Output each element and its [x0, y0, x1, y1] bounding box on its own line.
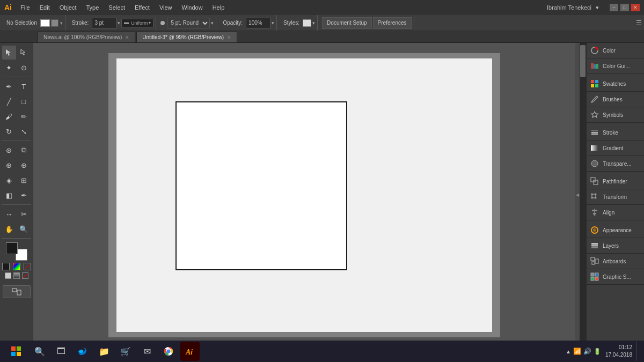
- panel-align[interactable]: Align: [587, 205, 644, 220]
- magic-wand-tool[interactable]: ✦: [2, 61, 16, 75]
- styles-swatch[interactable]: [303, 19, 311, 27]
- panel-brushes[interactable]: Brushes: [587, 92, 644, 107]
- scrollbar-thumb[interactable]: [580, 45, 586, 77]
- gradient-mode-icon[interactable]: [13, 272, 20, 279]
- menu-effect[interactable]: Effect: [130, 3, 154, 12]
- taskbar-explorer[interactable]: 📁: [94, 342, 114, 361]
- panel-layers[interactable]: Layers: [587, 238, 644, 254]
- pen-tool[interactable]: ✒: [2, 79, 16, 93]
- taskbar-search[interactable]: 🔍: [30, 342, 49, 361]
- stroke-style-dropdown[interactable]: ▾: [149, 20, 151, 25]
- restore-button[interactable]: □: [620, 4, 629, 11]
- swap-colors-icon[interactable]: [13, 263, 20, 270]
- taskbar-task-view[interactable]: 🗔: [52, 342, 71, 361]
- stroke-style-select[interactable]: Uniform ▾: [121, 19, 153, 27]
- taskbar-store[interactable]: 🛒: [116, 342, 135, 361]
- menu-select[interactable]: Select: [104, 3, 129, 12]
- tray-arrow[interactable]: ▲: [566, 349, 571, 354]
- svg-point-29: [593, 228, 596, 232]
- stroke-swatch[interactable]: [51, 19, 58, 27]
- panel-graphic-styles[interactable]: Graphic S...: [587, 269, 644, 285]
- taskbar-mail[interactable]: ✉: [137, 342, 157, 361]
- panel-swatches[interactable]: Swatches: [587, 76, 644, 92]
- close-button[interactable]: ✕: [631, 4, 640, 11]
- minimize-button[interactable]: –: [610, 4, 618, 11]
- brush-dropdown[interactable]: ▾: [211, 20, 214, 26]
- taskbar-edge[interactable]: [73, 342, 92, 361]
- blend-tool[interactable]: ↔: [2, 207, 16, 221]
- free-transform-tool[interactable]: ⧉: [17, 143, 31, 157]
- menu-help[interactable]: Help: [208, 3, 229, 12]
- canvas-rectangle[interactable]: [175, 101, 347, 270]
- panel-transform[interactable]: Transform: [587, 189, 644, 205]
- scissors-tool[interactable]: ✂: [17, 207, 31, 221]
- panel-transparency[interactable]: Transpare...: [587, 156, 644, 172]
- type-tool[interactable]: T: [17, 79, 31, 93]
- direct-selection-tool[interactable]: [17, 46, 31, 60]
- panel-color-guide[interactable]: Color Gui...: [587, 58, 644, 74]
- pencil-tool[interactable]: ✏: [17, 109, 31, 123]
- rect-tool[interactable]: □: [17, 94, 31, 108]
- zoom-tool[interactable]: 🔍: [17, 222, 31, 236]
- foreground-color-swatch[interactable]: [6, 242, 18, 254]
- none-color-icon[interactable]: [24, 263, 31, 270]
- panel-stroke[interactable]: Stroke: [587, 125, 644, 141]
- paintbrush-tool[interactable]: 🖌: [2, 109, 16, 123]
- preferences-button[interactable]: Preferences: [373, 17, 412, 29]
- menu-type[interactable]: Type: [82, 3, 104, 12]
- menu-edit[interactable]: Edit: [35, 3, 54, 12]
- taskbar-illustrator[interactable]: Ai: [180, 342, 200, 361]
- fill-swatch[interactable]: [40, 19, 50, 27]
- panel-color[interactable]: Color: [587, 43, 644, 58]
- default-colors-icon[interactable]: [2, 263, 10, 270]
- scale-tool[interactable]: ⤡: [17, 124, 31, 138]
- tab-untitled-close[interactable]: ✕: [227, 35, 231, 40]
- panel-artboards[interactable]: Artboards: [587, 254, 644, 269]
- selection-tool[interactable]: [2, 46, 16, 60]
- lasso-tool[interactable]: ⊙: [17, 61, 31, 75]
- artboard-button[interactable]: [3, 285, 31, 298]
- perspective-tool[interactable]: ◈: [2, 173, 16, 187]
- svg-rect-4: [594, 64, 596, 69]
- styles-dropdown[interactable]: ▾: [312, 20, 315, 26]
- tab-news[interactable]: News.ai @ 100% (RGB/Preview) ✕: [38, 32, 135, 42]
- eyedropper-tool[interactable]: ✒: [17, 188, 31, 202]
- canvas-area[interactable]: [33, 43, 575, 347]
- panel-pathfinder[interactable]: Pathfinder: [587, 174, 644, 189]
- warp-tool[interactable]: ⊛: [2, 143, 16, 157]
- menu-window[interactable]: Window: [178, 3, 207, 12]
- color-mode-icon[interactable]: [5, 272, 11, 279]
- panel-collapse-handle[interactable]: ◀: [575, 43, 580, 347]
- mesh-tool[interactable]: ⊞: [17, 173, 31, 187]
- menu-view[interactable]: View: [155, 3, 177, 12]
- show-desktop-button[interactable]: [636, 342, 640, 361]
- user-dropdown-icon[interactable]: ▾: [596, 4, 599, 11]
- system-tray[interactable]: ▲ 📶 🔊 🔋: [566, 348, 601, 355]
- brushes-panel-label: Brushes: [603, 97, 623, 102]
- tab-news-close[interactable]: ✕: [125, 35, 129, 40]
- panel-symbols[interactable]: Symbols: [587, 107, 644, 123]
- vertical-scrollbar[interactable]: [580, 43, 586, 347]
- svg-rect-35: [592, 262, 595, 264]
- opacity-dropdown[interactable]: ▾: [272, 20, 274, 26]
- brush-select[interactable]: 5 pt. Round: [167, 18, 210, 28]
- panel-gradient[interactable]: Gradient: [587, 141, 644, 156]
- gradient-tool-tb[interactable]: ◧: [2, 188, 16, 202]
- live-paint-tool[interactable]: ⊕: [17, 158, 31, 172]
- panel-toggle-button[interactable]: ☰: [636, 19, 642, 27]
- hand-tool[interactable]: ✋: [2, 222, 16, 236]
- start-button[interactable]: [4, 342, 28, 361]
- panel-appearance[interactable]: Appearance: [587, 223, 644, 238]
- stroke-input[interactable]: [92, 18, 116, 28]
- rotate-tool[interactable]: ↻: [2, 124, 16, 138]
- none-mode-icon[interactable]: [22, 272, 28, 279]
- opacity-input[interactable]: [246, 18, 270, 28]
- menu-object[interactable]: Object: [55, 3, 81, 12]
- taskbar-chrome[interactable]: [159, 342, 178, 361]
- line-tool[interactable]: ╱: [2, 94, 16, 108]
- tab-untitled[interactable]: Untitled-3* @ 99% (RGB/Preview) ✕: [136, 32, 237, 42]
- menu-file[interactable]: File: [16, 3, 34, 12]
- doc-setup-button[interactable]: Document Setup: [322, 17, 372, 29]
- taskbar-clock[interactable]: 01:12 17.04.2018: [605, 344, 632, 359]
- shape-builder-tool[interactable]: ⊕: [2, 158, 16, 172]
